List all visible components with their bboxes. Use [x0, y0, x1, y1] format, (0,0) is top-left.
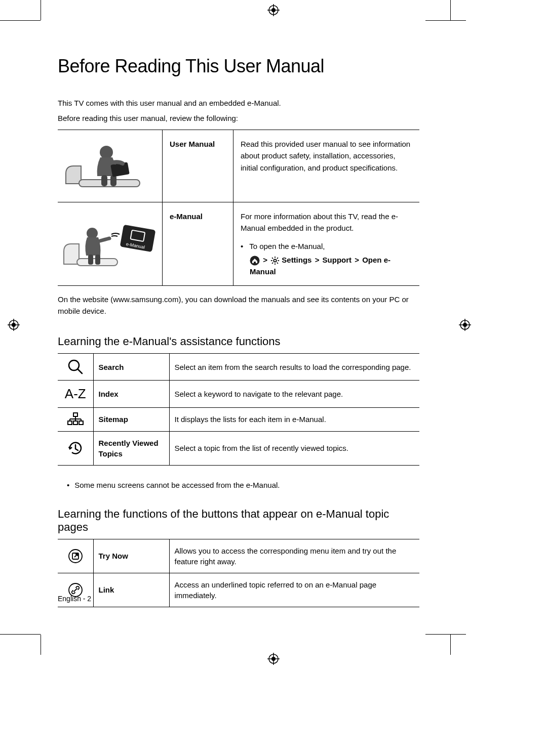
user-manual-label: User Manual [163, 130, 233, 202]
table-row-user-manual: User Manual Read this provided user manu… [58, 130, 419, 202]
fn-sitemap-label: Sitemap [93, 407, 169, 431]
btn-trynow-label: Try Now [93, 539, 169, 573]
sitemap-icon [58, 407, 93, 431]
registration-mark-icon [459, 319, 471, 331]
fn-recent-desc: Select a topic from the list of recently… [169, 431, 419, 465]
history-icon [58, 431, 93, 465]
btn-link-desc: Access an underlined topic referred to o… [169, 573, 419, 607]
e-manual-label: e-Manual [163, 202, 233, 286]
svg-rect-16 [79, 180, 140, 187]
svg-line-35 [277, 263, 278, 264]
table-row-link: Link Access an underlined topic referred… [58, 573, 419, 607]
btn-link-label: Link [93, 573, 169, 607]
svg-line-36 [272, 263, 273, 264]
try-now-icon [58, 539, 93, 573]
svg-rect-47 [73, 421, 77, 425]
intro-line-2: Before reading this user manual, review … [58, 112, 419, 124]
table-row-e-manual: e-Manual e-Manual For more information a… [58, 202, 419, 286]
fn-search-desc: Select an item from the search results t… [169, 354, 419, 381]
svg-rect-46 [68, 421, 72, 425]
registration-mark-icon [267, 653, 280, 665]
topic-buttons-table: Try Now Allows you to access the corresp… [58, 539, 419, 607]
registration-mark-icon [267, 4, 280, 16]
svg-point-38 [69, 360, 79, 370]
open-e-manual-label: To open the e-Manual, [249, 242, 325, 250]
fn-search-label: Search [93, 354, 169, 381]
fn-index-desc: Select a keyword to navigate to the rele… [169, 381, 419, 407]
table-row-recent: Recently Viewed Topics Select a topic fr… [58, 431, 419, 465]
user-manual-desc: Read this provided user manual to see in… [233, 130, 420, 202]
table-row-try-now: Try Now Allows you to access the corresp… [58, 539, 419, 573]
website-note: On the website (www.samsung.com), you ca… [58, 294, 419, 317]
svg-rect-40 [73, 413, 77, 416]
note-restriction: Some menu screens cannot be accessed fro… [58, 481, 419, 489]
home-icon [250, 256, 260, 266]
e-manual-desc: For more information about this TV, read… [233, 202, 420, 286]
illustration-watching-tv: e-Manual [61, 216, 157, 272]
svg-line-39 [78, 369, 82, 373]
svg-rect-48 [79, 421, 83, 425]
section-title-assistance-functions: Learning the e-Manual's assistance funct… [58, 335, 419, 348]
section-title-topic-buttons: Learning the functions of the buttons th… [58, 508, 419, 534]
table-row-search: Search Select an item from the search re… [58, 354, 419, 381]
page-title: Before Reading This User Manual [58, 56, 419, 77]
svg-rect-23 [88, 255, 93, 265]
index-icon: A-Z [58, 381, 93, 407]
assistance-functions-table: Search Select an item from the search re… [58, 353, 419, 465]
svg-rect-18 [101, 175, 107, 186]
svg-point-29 [274, 259, 276, 262]
fn-index-label: Index [93, 381, 169, 407]
svg-line-37 [277, 258, 278, 259]
svg-line-34 [272, 258, 273, 259]
e-manual-path: > Settings > Support > Open e-Manual [250, 254, 414, 278]
svg-rect-19 [110, 175, 116, 186]
fn-sitemap-desc: It displays the lists for each item in e… [169, 407, 419, 431]
btn-trynow-desc: Allows you to access the corresponding m… [169, 539, 419, 573]
fn-recent-label: Recently Viewed Topics [93, 431, 169, 465]
illustration-reading-manual [61, 138, 157, 194]
table-row-sitemap: Sitemap It displays the lists for each i… [58, 407, 419, 431]
svg-point-17 [100, 146, 113, 159]
svg-point-22 [87, 228, 98, 239]
svg-rect-24 [95, 255, 100, 265]
settings-icon [270, 256, 280, 265]
intro-line-1: This TV comes with this user manual and … [58, 97, 419, 109]
manual-table: User Manual Read this provided user manu… [58, 130, 419, 286]
registration-mark-icon [8, 319, 20, 331]
search-icon [58, 354, 93, 381]
table-row-index: A-Z Index Select a keyword to navigate t… [58, 381, 419, 407]
page-footer: English - 2 [58, 595, 91, 603]
